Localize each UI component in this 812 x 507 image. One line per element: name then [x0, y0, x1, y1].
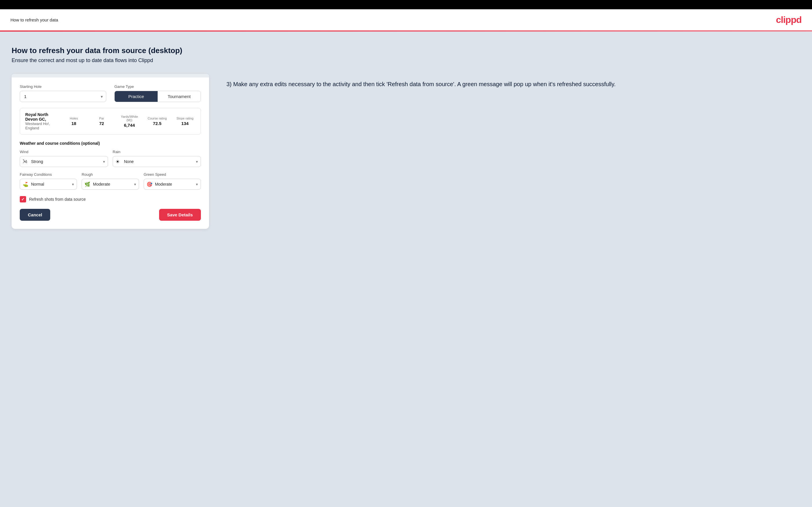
practice-toggle-btn[interactable]: Practice [115, 91, 158, 102]
holes-value: 18 [63, 121, 85, 126]
course-rating: Course rating 72.5 [147, 117, 168, 126]
card-top-strip [12, 74, 209, 77]
fairway-label: Fairway Conditions [20, 172, 77, 177]
wind-select[interactable]: StrongNoneLightModerateVery Strong [20, 156, 108, 167]
slope-rating: Slope rating 134 [174, 117, 195, 126]
hole-gametype-row: Starting Hole 12310 ▾ Game Type Practice… [20, 84, 201, 102]
refresh-checkbox[interactable]: ✓ [20, 196, 26, 203]
fairway-select[interactable]: NormalSoftFirmVery Firm [20, 179, 77, 190]
green-speed-label: Green Speed [144, 172, 201, 177]
header-title: How to refresh your data [10, 17, 58, 22]
checkmark-icon: ✓ [21, 197, 25, 202]
course-name-main: Royal North Devon GC, [25, 112, 57, 121]
side-instructions: 3) Make any extra edits necessary to the… [226, 74, 800, 89]
course-rating-value: 72.5 [147, 121, 168, 126]
refresh-checkbox-row: ✓ Refresh shots from data source [20, 196, 201, 203]
yards-value: 6,744 [119, 123, 140, 128]
weather-grid: Wind 🌬 StrongNoneLightModerateVery Stron… [20, 150, 201, 167]
yards-label: Yards/White (M)) [119, 115, 140, 122]
starting-hole-label: Starting Hole [20, 84, 106, 89]
side-instructions-text: 3) Make any extra edits necessary to the… [226, 80, 800, 89]
course-par: Par 72 [91, 117, 112, 126]
page-subheading: Ensure the correct and most up to date d… [12, 57, 800, 63]
slope-label: Slope rating [174, 117, 195, 120]
starting-hole-select[interactable]: 12310 [20, 91, 106, 102]
fairway-field: Fairway Conditions ⛳ NormalSoftFirmVery … [20, 172, 77, 190]
tournament-toggle-btn[interactable]: Tournament [158, 91, 201, 102]
content-area: Starting Hole 12310 ▾ Game Type Practice… [12, 74, 800, 229]
green-speed-select[interactable]: ModerateSlowFastVery Fast [144, 179, 201, 190]
game-type-label: Game Type [114, 84, 201, 89]
wind-label: Wind [20, 150, 108, 154]
green-speed-select-wrapper: 🎯 ModerateSlowFastVery Fast ▾ [144, 179, 201, 190]
par-label: Par [91, 117, 112, 120]
green-speed-field: Green Speed 🎯 ModerateSlowFastVery Fast … [144, 172, 201, 190]
wind-select-wrapper: 🌬 StrongNoneLightModerateVery Strong ▾ [20, 156, 108, 167]
game-type-toggle: Practice Tournament [114, 91, 201, 102]
rough-select-wrapper: 🌿 ModerateNormalLightHeavy ▾ [82, 179, 139, 190]
refresh-checkbox-label: Refresh shots from data source [29, 197, 86, 202]
rain-select[interactable]: NoneLightModerateHeavy [113, 156, 201, 167]
wind-field: Wind 🌬 StrongNoneLightModerateVery Stron… [20, 150, 108, 167]
rough-select[interactable]: ModerateNormalLightHeavy [82, 179, 139, 190]
slope-value: 134 [174, 121, 195, 126]
page-heading: How to refresh your data from source (de… [12, 46, 800, 55]
edit-card: Starting Hole 12310 ▾ Game Type Practice… [12, 74, 209, 229]
rough-label: Rough [82, 172, 139, 177]
fairway-select-wrapper: ⛳ NormalSoftFirmVery Firm ▾ [20, 179, 77, 190]
rain-select-wrapper: ☀ NoneLightModerateHeavy ▾ [113, 156, 201, 167]
course-rating-label: Course rating [147, 117, 168, 120]
rain-field: Rain ☀ NoneLightModerateHeavy ▾ [113, 150, 201, 167]
course-name-block: Royal North Devon GC, Westward Ho!, Engl… [25, 112, 57, 130]
game-type-col: Game Type Practice Tournament [114, 84, 201, 102]
save-details-button[interactable]: Save Details [159, 209, 201, 221]
rough-field: Rough 🌿 ModerateNormalLightHeavy ▾ [82, 172, 139, 190]
course-row: Royal North Devon GC, Westward Ho!, Engl… [20, 108, 201, 134]
action-row: Cancel Save Details [20, 209, 201, 221]
rain-label: Rain [113, 150, 201, 154]
course-holes: Holes 18 [63, 117, 85, 126]
course-name-sub: Westward Ho!, England [25, 121, 57, 130]
header: How to refresh your data clippd [0, 9, 812, 31]
par-value: 72 [91, 121, 112, 126]
cancel-button[interactable]: Cancel [20, 209, 50, 221]
clippd-logo: clippd [776, 14, 802, 25]
holes-label: Holes [63, 117, 85, 120]
top-bar [0, 0, 812, 9]
starting-hole-wrapper: 12310 ▾ [20, 91, 106, 102]
course-yards: Yards/White (M)) 6,744 [119, 115, 140, 128]
main-content: How to refresh your data from source (de… [0, 32, 812, 507]
conditions-grid: Fairway Conditions ⛳ NormalSoftFirmVery … [20, 172, 201, 190]
starting-hole-col: Starting Hole 12310 ▾ [20, 84, 106, 102]
weather-section-title: Weather and course conditions (optional) [20, 141, 201, 146]
